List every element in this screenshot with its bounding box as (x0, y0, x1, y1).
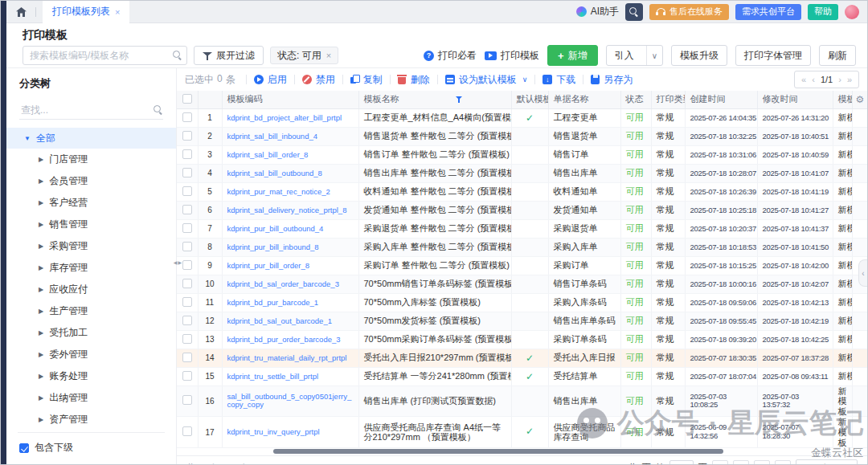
action-enable-button[interactable]: 启用 (254, 73, 287, 87)
cell-print-type: 常规 (651, 417, 685, 448)
tree-item[interactable]: ▶采购管理 (6, 235, 176, 257)
first-page-icon[interactable]: « (801, 75, 806, 84)
row-checkbox[interactable] (182, 260, 192, 270)
include-sub-checkbox[interactable] (19, 443, 29, 453)
template-search-input[interactable] (23, 46, 187, 65)
last-page-icon[interactable]: » (775, 460, 791, 465)
tree-item[interactable]: ▶受托加工 (6, 322, 176, 344)
cell-template-code[interactable]: kdprint_pur_bill_inbound_8 (222, 238, 358, 256)
page-size-select[interactable]: 1000条/页 ∨ (796, 459, 858, 465)
filter-icon[interactable] (456, 96, 463, 104)
row-checkbox[interactable] (182, 242, 192, 251)
cell-template-code[interactable]: kdprint_bd_sal_out_barcode_1 (222, 312, 358, 330)
cell-template-code[interactable]: kdprint_bd_pur_barcode_1 (222, 293, 358, 312)
cell-template-code[interactable]: kdprint_sal_bill_order_8 (222, 145, 358, 164)
app-window: 打印模板列表 × AI助手 售后在线服务 需求共创平台 帮助 打印模板 (0, 0, 868, 465)
action-save-as-button[interactable]: 另存为 (591, 73, 633, 87)
prev-page-icon[interactable]: ‹ (733, 460, 749, 465)
cell-template-code[interactable]: kdprint_sal_delivery_notice_prtpl_8 (222, 201, 358, 219)
close-icon[interactable]: × (115, 7, 120, 17)
cell-template-code[interactable]: kdprint_tru_material_daily_rpt_prtpl (222, 349, 358, 367)
row-checkbox[interactable] (182, 334, 192, 344)
next-page-icon[interactable]: › (754, 460, 770, 465)
sidebar-collapse-handle[interactable]: ◀▶ (174, 259, 182, 265)
next-page-icon[interactable]: › (838, 75, 841, 84)
cell-template-code[interactable]: kdprint_pur_bill_outbound_4 (222, 219, 358, 238)
tree-item[interactable]: ▶门店管理 (6, 149, 176, 170)
action-delete-button[interactable]: 删除 (398, 73, 430, 87)
filter-icon (203, 51, 212, 60)
sidebar-search-input[interactable] (19, 104, 154, 116)
select-all-checkbox[interactable] (182, 94, 192, 104)
action-disable-button[interactable]: 禁用 (302, 73, 335, 87)
row-checkbox[interactable] (182, 395, 192, 405)
cell-created-time: 2025-07-18 09:39:20 (685, 330, 757, 349)
caret-down-icon[interactable]: ▼ (24, 135, 31, 142)
cell-template-code[interactable]: kdprint_bd_project_alter_bill_prtpl (222, 108, 358, 127)
row-checkbox[interactable] (182, 131, 192, 141)
tree-item[interactable]: ▶销售管理 (6, 214, 176, 235)
row-checkbox[interactable] (182, 223, 192, 233)
import-button[interactable]: 引入 ∨ (606, 45, 663, 66)
tree-item[interactable]: ▶应收应付 (6, 279, 176, 300)
refresh-button[interactable]: 刷新 (819, 45, 856, 66)
row-checkbox[interactable] (182, 112, 192, 122)
tree-item[interactable]: ▶账务处理 (6, 365, 176, 387)
tree-item[interactable]: ▶会员管理 (6, 170, 176, 192)
horizontal-scrollbar[interactable] (273, 449, 723, 454)
search-icon[interactable] (154, 105, 163, 115)
row-checkbox[interactable] (182, 353, 192, 362)
help-button[interactable]: 帮助 (808, 4, 838, 20)
tree-item[interactable]: ▶库存管理 (6, 257, 176, 279)
cell-template-code[interactable]: kdprint_pur_bill_order_8 (222, 256, 358, 275)
prev-page-icon[interactable]: ‹ (812, 75, 815, 84)
action-set-default-button[interactable]: 设为默认模板∨ (445, 73, 528, 87)
cell-template-code[interactable]: kdprint_bd_sal_order_barcode_3 (222, 275, 358, 293)
ai-assistant-button[interactable]: AI助手 (576, 5, 619, 18)
print-font-mgmt-button[interactable]: 打印字体管理 (735, 45, 811, 66)
after-sales-button[interactable]: 售后在线服务 (649, 4, 729, 20)
row-checkbox[interactable] (182, 426, 192, 436)
cell-template-code[interactable]: sal_bill_outbound_5_copy0501jerry_copy_c… (222, 385, 358, 417)
page-number-input[interactable]: 1 (669, 460, 694, 465)
row-checkbox[interactable] (182, 316, 192, 325)
action-copy-button[interactable]: 复制 (350, 73, 383, 87)
cell-template-code[interactable]: kdprint_tru_inv_query_prtpl (222, 417, 358, 448)
tree-item[interactable]: ▶资产管理 (6, 409, 176, 430)
first-page-icon[interactable]: « (712, 460, 728, 465)
row-checkbox[interactable] (182, 297, 192, 307)
search-icon[interactable] (173, 51, 182, 60)
row-checkbox[interactable] (182, 371, 192, 381)
tree-item[interactable]: ▶客户经营 (6, 192, 176, 214)
right-panel-collapse-handle[interactable]: ‹ (858, 259, 867, 287)
row-checkbox[interactable] (182, 205, 192, 214)
expand-filter-button[interactable]: 展开过滤 (194, 46, 264, 65)
cell-template-code[interactable]: kdprint_bd_pur_order_barcode_3 (222, 330, 358, 349)
close-icon[interactable]: × (326, 51, 331, 60)
global-search-button[interactable] (625, 3, 643, 21)
cell-template-code[interactable]: kdprint_tru_settle_bill_prtpl (222, 367, 358, 385)
gear-icon[interactable]: ⚙ (856, 94, 865, 105)
print-template-video-link[interactable]: 打印模板 (485, 49, 539, 63)
last-page-icon[interactable]: » (847, 75, 852, 84)
cell-template-code[interactable]: kdprint_pur_mat_rec_notice_2 (222, 182, 358, 201)
add-button[interactable]: + 新增 (547, 45, 598, 66)
tab-print-template-list[interactable]: 打印模板列表 × (43, 1, 129, 23)
template-upgrade-button[interactable]: 模板升级 (671, 45, 727, 66)
cell-template-code[interactable]: kdprint_sal_bill_outbound_8 (222, 164, 358, 182)
row-checkbox[interactable] (182, 186, 192, 196)
tree-item[interactable]: ▶出纳管理 (6, 387, 176, 409)
row-checkbox[interactable] (182, 168, 192, 177)
row-checkbox[interactable] (182, 149, 192, 159)
tree-item[interactable]: ▶生产管理 (6, 300, 176, 322)
cell-template-code[interactable]: kdprint_sal_bill_inbound_4 (222, 127, 358, 145)
co-create-platform-button[interactable]: 需求共创平台 (735, 4, 801, 20)
chevron-down-icon[interactable]: ∨ (646, 46, 662, 65)
home-button[interactable] (6, 1, 35, 23)
avatar[interactable] (845, 5, 859, 19)
tree-item-all[interactable]: ▼ 全部 (6, 128, 176, 149)
print-must-read-link[interactable]: 打印必看 (424, 49, 477, 63)
action-download-button[interactable]: 下载 (542, 73, 575, 87)
tree-item[interactable]: ▶委外管理 (6, 344, 176, 365)
row-checkbox[interactable] (182, 279, 192, 288)
